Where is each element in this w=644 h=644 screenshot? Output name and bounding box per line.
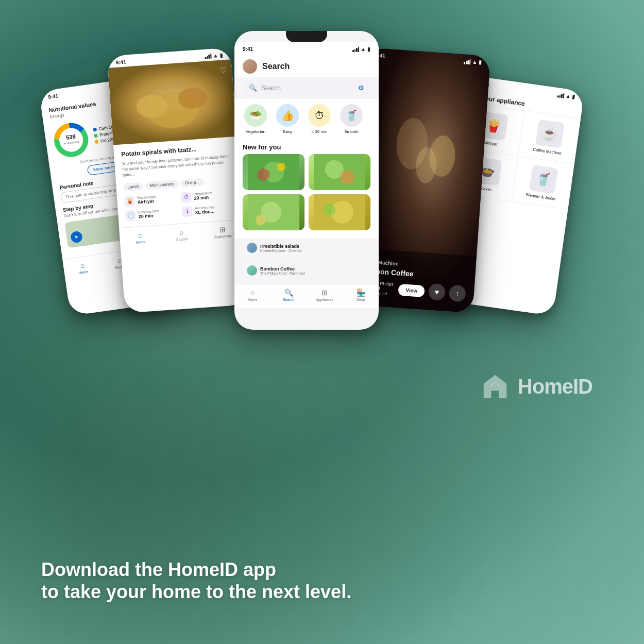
nav-search-recipe[interactable]: ⌕ Search bbox=[161, 227, 203, 243]
category-30min[interactable]: ⏱ < 30 min bbox=[307, 104, 332, 134]
prep-value: 20 min bbox=[194, 194, 213, 201]
recipe-desc: You and your family love potatoes but ti… bbox=[122, 154, 232, 178]
coffee-card-text: Bombon Coffee The Philips Chef · Favorit… bbox=[260, 266, 304, 275]
meta-cook-text: Cooking time 20 min bbox=[138, 209, 160, 219]
nav-home[interactable]: ⌂ Home bbox=[63, 259, 102, 277]
time-recipe: 9:41 bbox=[115, 59, 126, 65]
svg-text:538: 538 bbox=[65, 133, 76, 140]
salad-thumb-4 bbox=[309, 194, 370, 230]
cook-value: 20 min bbox=[138, 213, 159, 219]
phone-recipe: 9:41 ▲ ▮ bbox=[107, 47, 248, 313]
battery-icon-coffee: ▮ bbox=[479, 59, 482, 65]
protein-dot bbox=[94, 133, 98, 138]
new-for-you-title: New for you bbox=[234, 139, 379, 154]
search-page-title: Search bbox=[262, 62, 290, 71]
meta-access-text: Accessories XL dou... bbox=[195, 205, 215, 215]
play-button[interactable] bbox=[70, 231, 83, 244]
nav-home-label-recipe: Home bbox=[136, 240, 146, 244]
access-value: XL dou... bbox=[195, 209, 214, 215]
bottom-nav-search: ⌂ Home 🔍 Search ⊞ Appliances 🏪 Shop bbox=[234, 284, 379, 308]
category-smooth[interactable]: 🥤 Smooth bbox=[338, 104, 364, 134]
appliances-icon-search: ⊞ bbox=[321, 289, 328, 297]
svg-point-17 bbox=[340, 170, 354, 184]
meta-prep-text: Preparation 20 min bbox=[194, 191, 213, 200]
filter-icon[interactable]: ⚙ bbox=[358, 84, 364, 92]
vegetarian-label: Vegetarian bbox=[246, 129, 265, 134]
nav-search-search[interactable]: 🔍 Search bbox=[270, 289, 307, 301]
search-icon: 🔍 bbox=[249, 84, 257, 92]
meta-access: ℹ Accessories XL dou... bbox=[182, 203, 235, 217]
recipe-hero: ♡ bbox=[108, 59, 236, 145]
nav-appliances-search[interactable]: ⊞ Appliances bbox=[307, 289, 343, 301]
nav-home-search[interactable]: ⌂ Home bbox=[234, 289, 270, 301]
search-nav-icon-search: 🔍 bbox=[284, 289, 293, 297]
airfryer-icon: 🍟 bbox=[124, 196, 135, 207]
smooth-icon-circle: 🥤 bbox=[340, 104, 363, 127]
salad-thumb-1 bbox=[243, 154, 304, 190]
nav-home-label: Home bbox=[78, 270, 88, 275]
appliance-coffee[interactable]: ☕ Coffee Machine bbox=[518, 111, 581, 164]
status-icons-recipe: ▲ ▮ bbox=[205, 52, 223, 59]
appliance-blender[interactable]: 🥤 Blender & Juicer bbox=[512, 157, 574, 210]
salad-action: Created bbox=[289, 249, 301, 252]
meta-prep: ⏱ Preparation 20 min bbox=[181, 189, 234, 202]
recipe-grid bbox=[234, 154, 379, 239]
time-nutrition: 9:41 bbox=[47, 93, 58, 100]
svg-text:kcal/serving: kcal/serving bbox=[64, 140, 79, 145]
easy-label: Easy bbox=[283, 129, 292, 134]
category-vegetarian[interactable]: 🥗 Vegetarian bbox=[243, 104, 268, 134]
coffee-view-button[interactable]: View bbox=[398, 283, 425, 297]
smooth-label: Smooth bbox=[344, 129, 359, 134]
signal-coffee bbox=[464, 59, 471, 64]
easy-icon-circle: 👍 bbox=[276, 104, 299, 127]
svg-point-20 bbox=[256, 215, 266, 225]
meta-cook: 🕐 Cooking time 20 min bbox=[125, 207, 178, 221]
cook-icon: 🕐 bbox=[125, 210, 136, 221]
nav-appliances-search-label: Appliances bbox=[316, 298, 333, 301]
signal-bars-recipe bbox=[205, 53, 212, 59]
battery-icon-appliances: ▮ bbox=[572, 94, 575, 100]
status-icons-search: ▲ ▮ bbox=[352, 46, 370, 52]
nav-shop-search[interactable]: 🏪 Shop bbox=[343, 289, 379, 301]
coffee-card-creator: The Philips Chef · Favorited bbox=[260, 272, 304, 275]
coffee-machine-name: Coffee Machine bbox=[533, 147, 562, 156]
vegetarian-icon-circle: 🥗 bbox=[244, 104, 267, 127]
nav-home-recipe[interactable]: ⌂ Home bbox=[120, 229, 162, 245]
battery-icon-search: ▮ bbox=[367, 46, 370, 52]
30min-icon-circle: ⏱ bbox=[308, 104, 331, 127]
user-avatar bbox=[243, 59, 257, 74]
search-header: Search bbox=[234, 54, 379, 77]
search-bar[interactable]: 🔍 Search ⚙ bbox=[243, 80, 370, 96]
battery-icon-recipe: ▮ bbox=[219, 52, 223, 58]
wifi-icon-coffee: ▲ bbox=[472, 59, 478, 65]
30min-label: < 30 min bbox=[312, 129, 328, 134]
wifi-icon-appliances: ▲ bbox=[565, 93, 571, 99]
nav-home-search-label: Home bbox=[248, 298, 258, 301]
meta-recipe-type: 🍟 Recipe type Airfryer bbox=[124, 193, 177, 207]
recipe-row-1 bbox=[243, 154, 370, 190]
coffee-machine-img: ☕ bbox=[535, 120, 564, 148]
philips-chef-avatar bbox=[247, 265, 257, 276]
fat-dot bbox=[95, 140, 99, 144]
coffee-creator-name: The Philips Chef bbox=[260, 272, 286, 275]
blender-img: 🥤 bbox=[529, 165, 557, 194]
salad-card-name: Irresistible salads bbox=[260, 244, 301, 249]
category-easy[interactable]: 👍 Easy bbox=[275, 104, 300, 134]
svg-point-14 bbox=[277, 163, 285, 171]
time-search: 9:41 bbox=[243, 46, 253, 52]
salad-thumb-3 bbox=[243, 194, 304, 230]
salad-card-creator: KitchenExplorer · Created bbox=[260, 249, 301, 252]
salad-card-info: Irresistible salads KitchenExplorer · Cr… bbox=[243, 239, 370, 257]
coffee-actions: View ♥ ↑ bbox=[398, 281, 466, 302]
salad-card-text: Irresistible salads KitchenExplorer · Cr… bbox=[260, 244, 301, 252]
homeid-logo: HomeID bbox=[480, 371, 592, 402]
airfryer-name: Airfryer bbox=[484, 140, 498, 147]
svg-point-13 bbox=[257, 168, 269, 181]
kitchen-explorer-avatar bbox=[247, 243, 257, 253]
status-icons-coffee: ▲ ▮ bbox=[464, 58, 482, 65]
coffee-heart-button[interactable]: ♥ bbox=[428, 283, 446, 301]
coffee-card-info: Bombon Coffee The Philips Chef · Favorit… bbox=[243, 261, 370, 280]
salad-heart-icon[interactable]: ♡ bbox=[359, 243, 366, 252]
recipe-heart-icon[interactable]: ♡ bbox=[219, 65, 227, 75]
coffee-share-button[interactable]: ↑ bbox=[449, 285, 466, 302]
